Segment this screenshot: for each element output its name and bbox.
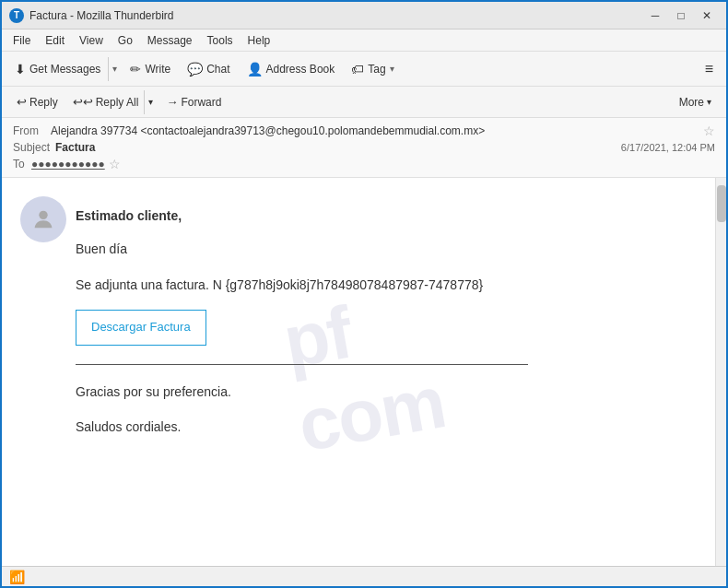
from-value: Alejandra 397734 <contactoalejandra39713… bbox=[51, 124, 699, 137]
more-button[interactable]: More ▾ bbox=[672, 92, 719, 112]
menu-file[interactable]: File bbox=[6, 32, 38, 49]
tag-icon: 🏷 bbox=[351, 62, 364, 76]
menu-message[interactable]: Message bbox=[140, 32, 200, 49]
reply-all-label: Reply All bbox=[96, 96, 139, 109]
closing-line1: Gracias por su preferencia. bbox=[76, 382, 678, 402]
chat-icon: 💬 bbox=[187, 62, 203, 76]
menu-help[interactable]: Help bbox=[241, 32, 278, 49]
email-body-container: pfcom Estimado cliente, Buen día Se adju… bbox=[2, 178, 726, 566]
close-button[interactable]: ✕ bbox=[695, 6, 719, 26]
forward-button[interactable]: → Forward bbox=[159, 91, 229, 112]
app-icon: T bbox=[9, 8, 24, 23]
main-toolbar: ⬇ Get Messages ▾ ✏ Write 💬 Chat 👤 Addres… bbox=[2, 52, 726, 87]
menu-edit[interactable]: Edit bbox=[38, 32, 72, 49]
address-book-label: Address Book bbox=[266, 63, 335, 76]
title-bar: T Factura - Mozilla Thunderbird ─ □ ✕ bbox=[2, 2, 726, 29]
email-metadata: From Alejandra 397734 <contactoalejandra… bbox=[2, 118, 726, 178]
maximize-button[interactable]: □ bbox=[669, 6, 693, 26]
to-star-icon[interactable]: ☆ bbox=[109, 157, 121, 171]
tag-button[interactable]: 🏷 Tag ▾ bbox=[344, 58, 401, 80]
email-subject-row: Subject Factura 6/17/2021, 12:04 PM bbox=[13, 141, 715, 154]
tag-dropdown-arrow: ▾ bbox=[390, 64, 394, 74]
from-label: From bbox=[13, 124, 45, 137]
reply-all-dropdown[interactable]: ▾ bbox=[144, 90, 157, 114]
reply-all-group: ↩↩ Reply All ▾ bbox=[67, 90, 158, 114]
menu-view[interactable]: View bbox=[72, 32, 111, 49]
divider bbox=[76, 364, 528, 365]
reply-button[interactable]: ↩ Reply bbox=[9, 91, 65, 112]
email-line1: Buen día bbox=[76, 239, 678, 259]
star-icon[interactable]: ☆ bbox=[703, 123, 715, 138]
status-icon: 📶 bbox=[9, 570, 25, 584]
write-icon: ✏ bbox=[130, 62, 141, 76]
menu-go[interactable]: Go bbox=[111, 32, 140, 49]
hamburger-button[interactable]: ≡ bbox=[698, 57, 721, 81]
email-greeting: Estimado cliente, bbox=[76, 206, 678, 226]
more-dropdown-arrow: ▾ bbox=[707, 97, 711, 107]
menu-tools[interactable]: Tools bbox=[200, 32, 241, 49]
chat-button[interactable]: 💬 Chat bbox=[180, 58, 237, 80]
get-messages-group: ⬇ Get Messages ▾ bbox=[7, 57, 121, 81]
app-window: T Factura - Mozilla Thunderbird ─ □ ✕ Fi… bbox=[0, 0, 728, 588]
reply-label: Reply bbox=[29, 96, 58, 109]
reply-all-icon: ↩↩ bbox=[73, 95, 93, 109]
get-messages-dropdown[interactable]: ▾ bbox=[108, 57, 121, 81]
closing-line2: Saludos cordiales. bbox=[76, 417, 678, 437]
write-button[interactable]: ✏ Write bbox=[123, 58, 178, 80]
get-messages-label: Get Messages bbox=[29, 63, 100, 76]
status-bar: 📶 bbox=[2, 566, 726, 586]
email-to-row: To ●●●●●●●●●●● ☆ bbox=[13, 157, 715, 171]
reply-icon: ↩ bbox=[17, 95, 27, 109]
window-title: Factura - Mozilla Thunderbird bbox=[29, 9, 643, 22]
to-label: To bbox=[13, 158, 26, 171]
email-date: 6/17/2021, 12:04 PM bbox=[621, 142, 715, 153]
forward-icon: → bbox=[166, 95, 178, 109]
subject-label: Subject bbox=[13, 141, 50, 154]
menu-bar: File Edit View Go Message Tools Help bbox=[2, 29, 726, 52]
subject-left: Subject Factura bbox=[13, 141, 95, 154]
forward-label: Forward bbox=[181, 96, 221, 109]
chat-label: Chat bbox=[206, 63, 229, 76]
email-content: Estimado cliente, Buen día Se adjunta un… bbox=[2, 178, 715, 480]
email-action-bar: ↩ Reply ↩↩ Reply All ▾ → Forward More ▾ bbox=[2, 87, 726, 118]
download-btn-wrapper[interactable]: Descargar Factura bbox=[76, 310, 678, 364]
download-factura-button[interactable]: Descargar Factura bbox=[76, 310, 206, 346]
address-book-button[interactable]: 👤 Address Book bbox=[240, 58, 343, 80]
to-value[interactable]: ●●●●●●●●●●● bbox=[31, 158, 105, 171]
window-controls: ─ □ ✕ bbox=[643, 6, 719, 26]
scrollbar-track[interactable] bbox=[715, 178, 726, 566]
tag-label: Tag bbox=[368, 63, 385, 76]
address-book-icon: 👤 bbox=[247, 62, 263, 76]
email-body-area: pfcom Estimado cliente, Buen día Se adju… bbox=[2, 178, 726, 566]
email-from-row: From Alejandra 397734 <contactoalejandra… bbox=[13, 123, 715, 138]
more-label: More bbox=[679, 96, 704, 109]
reply-all-button[interactable]: ↩↩ Reply All bbox=[67, 91, 145, 112]
email-body-inner: pfcom Estimado cliente, Buen día Se adju… bbox=[2, 178, 715, 566]
minimize-button[interactable]: ─ bbox=[643, 6, 667, 26]
get-messages-button[interactable]: ⬇ Get Messages bbox=[7, 58, 108, 80]
write-label: Write bbox=[145, 63, 170, 76]
email-line2: Se adjunta una factura. N {g787h8j9oki8j… bbox=[76, 275, 678, 295]
subject-value: Factura bbox=[55, 141, 95, 154]
get-messages-icon: ⬇ bbox=[15, 62, 26, 76]
scrollbar-thumb[interactable] bbox=[717, 185, 726, 222]
